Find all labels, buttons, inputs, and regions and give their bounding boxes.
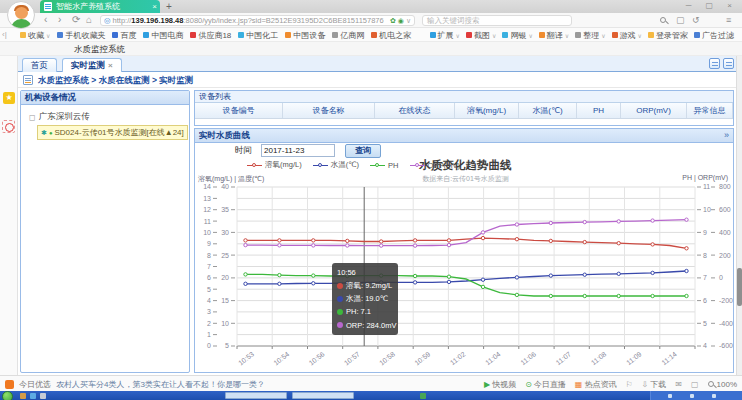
bookmark-item[interactable]: 游戏∨ <box>612 30 642 41</box>
breadcrumb: 水质监控系统 > 水质在线监测 > 实时监测 <box>38 75 193 87</box>
bookmark-item[interactable]: 机电之家 <box>371 30 411 41</box>
system-title: 水质监控系统 <box>74 44 125 56</box>
svg-text:35: 35 <box>221 206 229 213</box>
bookmarks-left: 收藏∨ 手机收藏夹 百度 中国电商 供应商18 中国化工 中国设备 亿商网 机电… <box>20 28 411 42</box>
bookmark-item[interactable]: 整理∨ <box>575 30 605 41</box>
window-frame-icon[interactable]: ▢ <box>691 380 699 389</box>
tab-close-icon[interactable]: × <box>152 0 157 13</box>
history-icon[interactable]: ↺ <box>692 14 700 26</box>
taskbar-app-icon[interactable] <box>40 393 46 399</box>
collapse-icon[interactable]: » <box>724 129 729 142</box>
bookmark-item[interactable]: 中国化工 <box>238 30 278 41</box>
address-badges[interactable]: ✿ ◉ ∨ <box>390 16 411 25</box>
svg-text:6: 6 <box>207 274 211 281</box>
column-header-2[interactable]: 在线状态 <box>375 103 455 118</box>
back-icon[interactable]: ‹ <box>44 13 47 27</box>
tab-realtime-monitor[interactable]: 实时监测× <box>62 58 122 72</box>
forward-icon[interactable]: › <box>58 13 61 27</box>
bookmark-favicon <box>238 32 244 38</box>
refresh-icon[interactable]: ⟳ <box>72 13 80 27</box>
daily-picks-label[interactable]: 今日优选 <box>19 379 51 390</box>
tab-home[interactable]: 首页 <box>22 58 57 72</box>
quick-video-item[interactable]: ▶快视频 <box>484 379 516 390</box>
url-rest: :8080/yyb/index.jsp?sid=B2512E93195D2C6B… <box>183 16 383 25</box>
tab-list-icon[interactable] <box>709 58 720 69</box>
taskbar-tray[interactable] <box>650 391 742 400</box>
column-header-6[interactable]: ORP(mV) <box>621 103 687 118</box>
column-header-0[interactable]: 设备编号 <box>195 103 283 118</box>
taskbar-app-icon[interactable] <box>20 393 26 399</box>
bookmark-item[interactable]: 登录管家 <box>648 30 688 41</box>
bookmark-item[interactable]: 广告过滤 <box>694 30 734 41</box>
bookmark-favicon <box>612 32 618 38</box>
address-bar[interactable]: ◎http://139.196.198.48:8080/yyb/index.js… <box>100 15 415 26</box>
live-item[interactable]: ⊙今日直播 <box>525 379 566 390</box>
flag-icon[interactable]: ⚐ <box>625 380 632 389</box>
column-header-3[interactable]: 溶氧(mg/L) <box>455 103 519 118</box>
bookmark-item[interactable]: 百度 <box>112 30 136 41</box>
browser-avatar[interactable] <box>7 1 35 29</box>
news-link[interactable]: 农村人买车分4类人，第3类实在让人看不起！你是哪一类？ <box>56 379 265 390</box>
home-icon[interactable]: ⌂ <box>86 13 92 27</box>
legend-item[interactable]: 水温(℃) <box>313 160 359 170</box>
taskbar-app-icon[interactable] <box>30 393 36 399</box>
query-button[interactable]: 查询 <box>345 144 381 158</box>
taskbar-app-icon[interactable] <box>420 393 426 399</box>
menu-icon[interactable]: ≡ <box>726 14 731 26</box>
search-input[interactable]: 输入关键词搜索 <box>422 15 572 26</box>
tree-node-parent[interactable]: ◻ 广东深圳云传 <box>29 111 90 123</box>
screenshot-icon[interactable]: ▢ <box>676 14 685 26</box>
bookmark-item[interactable]: 翻译∨ <box>539 30 569 41</box>
y-axis-do: 14131211109876543210 <box>203 183 217 349</box>
browser-tab[interactable]: 智能水产养殖系统 × <box>40 0 160 13</box>
column-header-4[interactable]: 水温(℃) <box>519 103 577 118</box>
bookmark-favicon <box>694 32 700 38</box>
scrollbar-thumb[interactable] <box>737 268 742 306</box>
bookmarks-collapse-icon[interactable]: ‹| <box>2 30 7 39</box>
zoom-magnifier-icon <box>708 381 714 387</box>
svg-text:11:07: 11:07 <box>555 350 573 366</box>
bookmark-item[interactable]: 扩展∨ <box>430 30 460 41</box>
bookmark-item[interactable]: 截图∨ <box>466 30 496 41</box>
column-header-1[interactable]: 设备名称 <box>283 103 375 118</box>
bookmark-favicon <box>575 32 581 38</box>
download-item[interactable]: ⇩下载 <box>642 379 667 390</box>
legend-item[interactable]: PH <box>370 160 398 170</box>
window-controls[interactable]: ─ ▢ × <box>686 0 738 12</box>
bookmark-item[interactable]: 手机收藏夹 <box>57 30 105 41</box>
play-icon: ▶ <box>484 380 490 389</box>
weibo-icon[interactable] <box>2 120 15 133</box>
bookmark-item[interactable]: 中国电商 <box>143 30 183 41</box>
svg-text:11:04: 11:04 <box>484 350 502 366</box>
svg-text:600: 600 <box>719 206 731 213</box>
message-icon[interactable]: ✉ <box>675 380 682 389</box>
bookmark-item[interactable]: 中国设备 <box>285 30 325 41</box>
start-button[interactable] <box>2 391 13 400</box>
column-header-5[interactable]: PH <box>577 103 621 118</box>
tooltip-time: 10:56 <box>337 266 393 279</box>
svg-text:20: 20 <box>221 274 229 281</box>
page-scrollbar[interactable] <box>736 56 742 375</box>
tree-node-device[interactable]: ✱ ● SD024-云传01号水质监测[在线▲24] <box>37 125 188 140</box>
tab-close-icon[interactable]: × <box>108 61 113 70</box>
date-input[interactable] <box>261 144 335 157</box>
zoom-control[interactable]: 100% <box>708 380 737 389</box>
bookmark-item[interactable]: 亿商网 <box>332 30 364 41</box>
legend-item[interactable]: 溶氧(mg/L) <box>247 160 302 170</box>
y-axis-ph: 1110987654 <box>697 183 711 349</box>
legend-item[interactable]: ORP(mV) <box>410 160 461 170</box>
favorites-star-icon[interactable]: ★ <box>3 92 15 104</box>
new-tab-button[interactable]: + <box>166 1 172 12</box>
bookmark-item[interactable]: 收藏∨ <box>20 30 50 41</box>
svg-text:2: 2 <box>207 320 211 327</box>
taskbar-window-button[interactable] <box>225 392 287 399</box>
bookmark-item[interactable]: 网银∨ <box>502 30 532 41</box>
hot-news-item[interactable]: ▦热点资讯 <box>575 379 617 390</box>
taskbar-window-button[interactable] <box>292 392 354 399</box>
column-header-7[interactable]: 异常信息 <box>687 103 733 118</box>
download-icon: ⇩ <box>642 380 649 389</box>
search-icon[interactable] <box>660 17 666 23</box>
tab-refresh-icon[interactable] <box>723 58 734 69</box>
svg-text:-400: -400 <box>719 320 733 327</box>
bookmark-item[interactable]: 供应商18 <box>190 30 231 41</box>
